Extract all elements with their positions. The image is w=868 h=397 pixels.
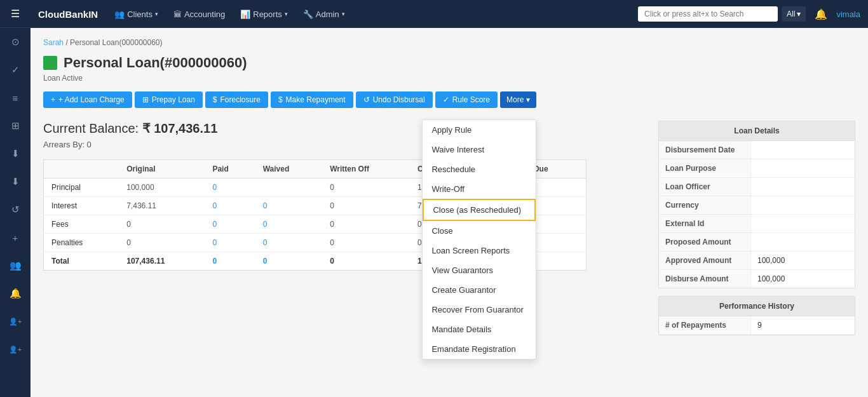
nav-reports[interactable]: 📊 Reports ▾ [234, 6, 294, 23]
more-button[interactable]: More ▾ [500, 91, 536, 108]
accounting-icon: 🏛 [173, 10, 182, 19]
col-header-original: Original [119, 160, 205, 178]
nav-clients[interactable]: 👥 Clients ▾ [108, 6, 165, 23]
sidebar-icon-users[interactable]: 👥 [0, 252, 31, 279]
make-repayment-button[interactable]: $ Make Repayment [271, 91, 353, 108]
row-cell: 0 [255, 252, 322, 271]
undo-icon: ↺ [363, 95, 370, 104]
action-bar: + + Add Loan Charge ⊞ Prepay Loan $ Fore… [43, 91, 855, 108]
main-area: CloudBankIN 👥 Clients ▾ 🏛 Accounting 📊 R… [31, 0, 868, 397]
row-label: Principal [44, 178, 119, 197]
sidebar-icon-add-user2[interactable]: 👤+ [0, 335, 31, 363]
sidebar-icon-list[interactable]: ≡ [0, 84, 31, 112]
sidebar-icon-download[interactable]: ⬇ [0, 140, 31, 168]
app-brand: CloudBankIN [38, 9, 98, 20]
admin-caret: ▾ [342, 11, 345, 17]
detail-loan-officer: Loan Officer [659, 178, 855, 196]
detail-loan-purpose: Loan Purpose [659, 159, 855, 178]
more-button-container: More ▾ Apply Rule Waive Interest Resched… [500, 91, 536, 108]
detail-approved-amount: Approved Amount 100,000 [659, 252, 855, 270]
dropdown-write-off[interactable]: Write-Off [423, 179, 536, 199]
row-cell: 0 [255, 234, 322, 252]
loan-header: Personal Loan(#000000060) [43, 55, 855, 71]
user-menu[interactable]: vimala [836, 10, 860, 19]
prepay-loan-button[interactable]: ⊞ Prepay Loan [135, 91, 203, 108]
sidebar-icon-bell[interactable]: 🔔 [0, 279, 31, 307]
dropdown-close-as-rescheduled[interactable]: Close (as Rescheduled) [423, 199, 536, 221]
loan-status: Loan Active [43, 74, 855, 83]
foreclosure-button[interactable]: $ Foreclosure [205, 91, 268, 108]
detail-external-id: External Id [659, 215, 855, 233]
row-cell [255, 178, 322, 197]
sidebar-icon-dashboard[interactable]: ⊙ [0, 28, 31, 56]
check-icon: ✓ [443, 95, 449, 104]
add-icon: + [51, 95, 55, 104]
row-cell: 0 [322, 215, 410, 234]
reports-caret: ▾ [285, 11, 288, 17]
row-cell: 0 [322, 197, 410, 215]
breadcrumb: Sarah / Personal Loan(000000060) [43, 38, 855, 47]
nav-admin[interactable]: 🔧 Admin ▾ [297, 6, 351, 23]
breadcrumb-parent[interactable]: Sarah [43, 38, 64, 47]
sidebar-icon-download2[interactable]: ⬇ [0, 168, 31, 196]
repayment-icon: $ [278, 95, 283, 104]
search-filter-button[interactable]: All ▾ [782, 6, 806, 22]
row-cell: 107,436.11 [119, 252, 205, 271]
dropdown-create-guarantor[interactable]: Create Guarantor [423, 280, 536, 300]
dropdown-apply-rule[interactable]: Apply Rule [423, 120, 536, 140]
dropdown-waive-interest[interactable]: Waive Interest [423, 140, 536, 159]
nav-accounting[interactable]: 🏛 Accounting [167, 6, 231, 23]
col-header-waived: Waived [255, 160, 322, 178]
row-cell: 0 [119, 234, 205, 252]
row-cell: 0 [205, 215, 255, 234]
col-header-paid: Paid [205, 160, 255, 178]
sidebar-icon-refresh[interactable]: ↺ [0, 196, 31, 224]
search-caret: ▾ [797, 10, 801, 18]
add-loan-charge-button[interactable]: + + Add Loan Charge [43, 91, 132, 108]
sidebar-icon-add-user[interactable]: 👤+ [0, 307, 31, 335]
breadcrumb-current: Personal Loan(000000060) [70, 38, 162, 47]
detail-currency: Currency [659, 196, 855, 215]
dropdown-close[interactable]: Close [423, 221, 536, 241]
right-column: Loan Details Disbursement Date Loan Purp… [658, 121, 855, 335]
loan-details-header: Loan Details [659, 121, 855, 141]
loan-active-indicator [43, 56, 57, 70]
page-content: Sarah / Personal Loan(000000060) Persona… [31, 28, 868, 397]
dropdown-reschedule[interactable]: Reschedule [423, 159, 536, 179]
row-cell: 0 [205, 234, 255, 252]
dropdown-mandate-details[interactable]: Mandate Details [423, 320, 536, 339]
row-label: Fees [44, 215, 119, 234]
sidebar-icon-check[interactable]: ✓ [0, 56, 31, 84]
sidebar-menu-icon[interactable]: ☰ [0, 0, 31, 28]
search-input[interactable] [638, 6, 778, 22]
undo-disbursal-button[interactable]: ↺ Undo Disbursal [356, 91, 433, 108]
sidebar-icon-grid[interactable]: ⊞ [0, 112, 31, 140]
dollar-icon: $ [213, 95, 217, 104]
row-cell: 0 [205, 178, 255, 197]
rule-score-button[interactable]: ✓ Rule Score [435, 91, 498, 108]
row-cell: 0 [255, 215, 322, 234]
dropdown-recover-from-guarantor[interactable]: Recover From Guarantor [423, 300, 536, 320]
detail-disbursement-date: Disbursement Date [659, 141, 855, 159]
row-cell: 100,000 [119, 178, 205, 197]
more-dropdown-menu: Apply Rule Waive Interest Reschedule Wri… [422, 119, 536, 360]
clients-caret: ▾ [155, 11, 158, 17]
row-cell: 0 [205, 252, 255, 271]
dropdown-loan-screen-reports[interactable]: Loan Screen Reports [423, 241, 536, 260]
dropdown-view-guarantors[interactable]: View Guarantors [423, 260, 536, 280]
detail-proposed-amount: Proposed Amount [659, 233, 855, 252]
detail-disburse-amount: Disburse Amount 100,000 [659, 270, 855, 288]
clients-icon: 👥 [114, 10, 125, 19]
reports-icon: 📊 [240, 10, 250, 19]
current-balance: Current Balance: ₹ 107,436.11 [43, 121, 648, 136]
row-label: Penalties [44, 234, 119, 252]
row-cell: 7,436.11 [119, 197, 205, 215]
row-cell: 0 [119, 215, 205, 234]
dropdown-emandate-registration[interactable]: Emandate Registration [423, 339, 536, 359]
row-cell: 0 [322, 252, 410, 271]
sidebar-icon-add[interactable]: + [0, 224, 31, 252]
row-cell: 0 [205, 197, 255, 215]
more-caret-icon: ▾ [526, 95, 530, 104]
notification-bell-icon[interactable]: 🔔 [810, 8, 832, 20]
performance-history-card: Performance History # of Repayments 9 [658, 296, 855, 335]
